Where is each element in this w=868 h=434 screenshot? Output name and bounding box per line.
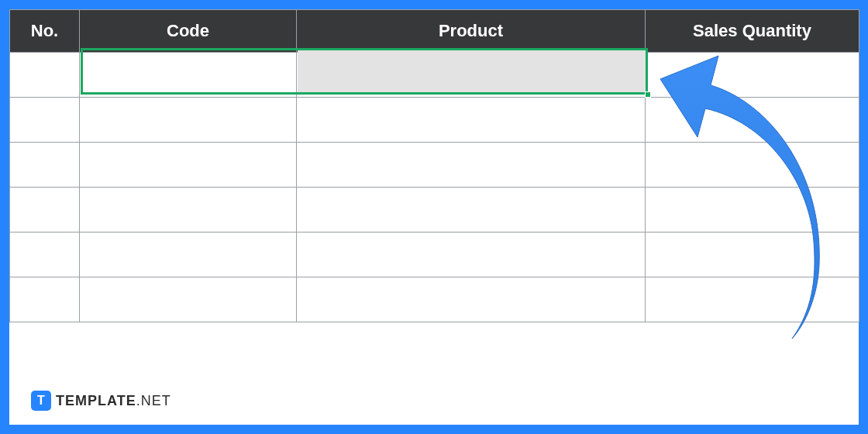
- watermark-brand-bold: TEMPLATE: [56, 393, 136, 408]
- watermark-badge-icon: T: [31, 391, 51, 411]
- cell-qty[interactable]: [646, 277, 859, 322]
- cell-code[interactable]: [80, 143, 297, 188]
- cell-product[interactable]: [297, 143, 646, 188]
- cell-no[interactable]: [10, 143, 80, 188]
- watermark: T TEMPLATE.NET: [31, 391, 171, 411]
- table-row: [10, 143, 859, 188]
- cell-code[interactable]: [80, 277, 297, 322]
- cell-qty[interactable]: [646, 53, 859, 98]
- cell-product[interactable]: [297, 98, 646, 143]
- cell-no[interactable]: [10, 53, 80, 98]
- cell-qty[interactable]: [646, 232, 859, 277]
- header-no[interactable]: No.: [10, 10, 80, 53]
- cell-product[interactable]: [297, 232, 646, 277]
- cell-qty[interactable]: [646, 188, 859, 232]
- spreadsheet-table: No. Code Product Sales Quantity: [9, 9, 859, 322]
- cell-product[interactable]: [297, 53, 646, 98]
- watermark-text: TEMPLATE.NET: [56, 393, 171, 409]
- cell-qty[interactable]: [646, 98, 859, 143]
- cell-no[interactable]: [10, 232, 80, 277]
- cell-code[interactable]: [80, 232, 297, 277]
- cell-product[interactable]: [297, 188, 646, 232]
- header-code[interactable]: Code: [80, 10, 297, 53]
- header-sales-quantity[interactable]: Sales Quantity: [646, 10, 859, 53]
- cell-code[interactable]: [80, 188, 297, 232]
- header-row: No. Code Product Sales Quantity: [10, 10, 859, 53]
- table-row: [10, 53, 859, 98]
- cell-no[interactable]: [10, 98, 80, 143]
- watermark-badge-letter: T: [37, 394, 45, 408]
- cell-no[interactable]: [10, 188, 80, 232]
- spreadsheet-container: No. Code Product Sales Quantity: [9, 9, 859, 425]
- table-row: [10, 232, 859, 277]
- cell-qty[interactable]: [646, 143, 859, 188]
- header-product[interactable]: Product: [297, 10, 646, 53]
- cell-code[interactable]: [80, 98, 297, 143]
- watermark-brand-light: .NET: [136, 393, 171, 408]
- cell-code[interactable]: [80, 53, 297, 98]
- cell-product[interactable]: [297, 277, 646, 322]
- table-row: [10, 277, 859, 322]
- cell-no[interactable]: [10, 277, 80, 322]
- table-row: [10, 188, 859, 232]
- table-row: [10, 98, 859, 143]
